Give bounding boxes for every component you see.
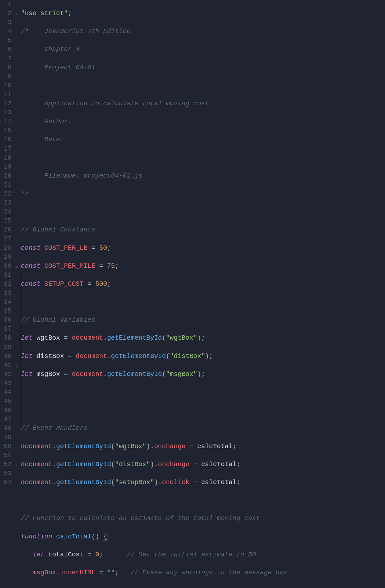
line-number: 53 [0,469,11,478]
line-number: 19 [0,162,11,171]
code-line[interactable] [21,406,385,415]
comment: // Event Handlers [21,424,88,432]
line-number: 38 [0,334,11,343]
line-number: 14 [0,117,11,126]
comment: Chapter 4 [21,46,80,53]
line-number: 40 [0,352,11,361]
line-number: 36 [0,316,11,325]
fold-chevron-icon[interactable]: ⌄ [12,9,18,18]
line-number: 42 [0,370,11,379]
comment: Filename: project04-01.js [21,172,142,179]
code-line[interactable]: let wgtBox = document.getElementById("wg… [21,334,385,343]
line-number: 13 [0,108,11,117]
line-number: 51 [0,451,11,460]
code-line[interactable]: let totalCost = 0; // Set the initial es… [21,550,385,559]
code-line[interactable]: // Event Handlers [21,424,385,433]
line-number: 18 [0,153,11,162]
code-line[interactable]: const SETUP_COST = 500; [21,280,385,289]
code-line[interactable] [21,586,385,588]
line-number: 28 [0,244,11,253]
line-number: 34 [0,298,11,307]
line-number: 46 [0,406,11,415]
line-number: 44 [0,388,11,397]
code-line[interactable] [21,496,385,505]
code-line[interactable]: "use strict"; [21,9,385,18]
line-number: 27 [0,234,11,243]
comment: Application to calculate total moving co… [21,100,209,107]
line-number: 11 [0,90,11,99]
line-number: 49 [0,433,11,442]
line-number: 26 [0,225,11,234]
code-line[interactable]: Date: [21,135,385,144]
string-literal: "use strict" [21,10,68,17]
code-line[interactable]: Chapter 4 [21,45,385,54]
code-line[interactable]: // Global Constants [21,225,385,234]
code-line[interactable]: function calcTotal() { [21,532,385,541]
line-number: 21 [0,180,11,189]
comment: // Global Variables [21,316,95,323]
code-editor[interactable]: 1 2⌄ 3 4 5 6 7 8 9 10 11 12 13 14 15 16 … [0,0,385,588]
code-line[interactable] [21,153,385,162]
code-line[interactable] [21,207,385,216]
code-line[interactable] [21,81,385,90]
code-line[interactable]: Project 04-01 [21,63,385,72]
line-number: 29 [0,253,11,262]
line-number: 8 [0,63,11,72]
fold-chevron-icon[interactable]: ⌄ [12,262,18,271]
comment: Author: [21,118,72,125]
line-number: 47 [0,415,11,424]
line-number: 45 [0,397,11,406]
line-number: 35 [0,307,11,316]
line-number: 4 [0,27,11,36]
line-number: 48 [0,424,11,433]
code-line[interactable]: Filename: project04-01.js [21,171,385,180]
code-line[interactable]: document.getElementById("distBox").oncha… [21,460,385,469]
code-line[interactable]: let distBox = document.getElementById("d… [21,352,385,361]
line-number: 50 [0,442,11,451]
code-line[interactable]: msgBox.innerHTML = ""; // Erase any warn… [21,568,385,577]
code-line[interactable]: document.getElementById("wgtBox").onchan… [21,442,385,451]
code-line[interactable]: const COST_PER_MILE = 75; [21,262,385,271]
line-number: 23 [0,198,11,207]
line-number: 37 [0,325,11,334]
line-number: 2⌄ [0,9,11,18]
fold-chevron-icon[interactable]: ⌄ [12,361,18,370]
line-number: 3 [0,18,11,27]
line-number: 52⌄ [0,460,11,469]
line-number: 33 [0,289,11,298]
line-number: 20 [0,171,11,180]
comment: /* JavaScript 7th Edition [21,28,131,35]
code-line[interactable] [21,298,385,307]
line-number: 17 [0,144,11,153]
bracket-match-icon: { [103,533,107,541]
line-number: 7 [0,54,11,63]
line-number: 10 [0,81,11,90]
line-number: 5 [0,36,11,45]
line-number: 31 [0,271,11,280]
code-line[interactable]: */ [21,189,385,198]
line-number: 22 [0,189,11,198]
line-number: 15 [0,126,11,135]
comment: Date: [21,136,64,143]
code-line[interactable]: /* JavaScript 7th Edition [21,27,385,36]
code-line[interactable]: document.getElementById("setupBox").oncl… [21,478,385,487]
code-line[interactable]: Application to calculate total moving co… [21,99,385,108]
line-number: 6 [0,45,11,54]
line-number: 30⌄ [0,262,11,271]
gutter: 1 2⌄ 3 4 5 6 7 8 9 10 11 12 13 14 15 16 … [0,0,19,588]
line-number: 32 [0,280,11,289]
line-number: 1 [0,0,11,9]
code-line[interactable]: let msgBox = document.getElementById("ms… [21,370,385,379]
comment: // Function to calculate an estimate of … [21,515,260,522]
code-line[interactable]: const COST_PER_LB = 50; [21,244,385,253]
code-line[interactable]: // Global Variables [21,316,385,325]
line-number: 25 [0,216,11,225]
line-number: 43 [0,379,11,388]
code-line[interactable]: Author: [21,117,385,126]
code-line[interactable] [21,388,385,397]
code-line[interactable]: // Function to calculate an estimate of … [21,514,385,523]
comment: // Global Constants [21,226,95,233]
code-area[interactable]: "use strict"; /* JavaScript 7th Edition … [19,0,385,588]
fold-chevron-icon[interactable]: ⌄ [12,460,18,469]
line-number: 12 [0,99,11,108]
